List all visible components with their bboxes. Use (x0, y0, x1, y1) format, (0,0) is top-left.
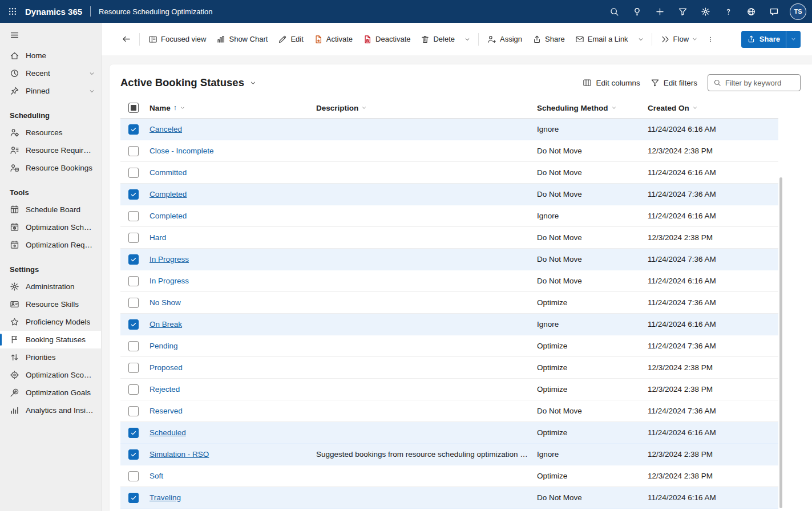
delete-button[interactable]: Delete (415, 30, 460, 49)
booking-status-link[interactable]: Canceled (150, 125, 182, 133)
app-name[interactable]: Resource Scheduling Optimization (99, 7, 212, 16)
edit-filters-button[interactable]: Edit filters (651, 78, 697, 87)
row-checkbox[interactable] (128, 211, 139, 221)
sidebar-item-resources[interactable]: Resources (0, 124, 101, 141)
share-split-button[interactable]: Share (741, 31, 801, 48)
table-row[interactable]: PendingOptimize11/24/2024 7:36 AM (120, 335, 778, 357)
booking-status-link[interactable]: Scheduled (150, 428, 186, 437)
booking-status-link[interactable]: In Progress (150, 277, 189, 285)
sidebar-item-optimization-requests[interactable]: Optimization Requests (0, 236, 101, 254)
lightbulb-icon[interactable] (625, 0, 648, 23)
help-icon[interactable] (717, 0, 740, 23)
table-row[interactable]: In ProgressDo Not Move11/24/2024 7:36 AM (120, 249, 778, 270)
column-header-name[interactable]: Name↑ (150, 104, 316, 112)
column-header-created-on[interactable]: Created On (648, 104, 778, 112)
back-button[interactable] (116, 30, 136, 49)
sidebar-item-optimization-scopes[interactable]: Optimization Scopes (0, 366, 101, 384)
sidebar-item-optimization-goals[interactable]: Optimization Goals (0, 384, 101, 402)
activate-button[interactable]: Activate (309, 30, 358, 49)
overflow-chevron-button[interactable] (460, 30, 475, 49)
table-row[interactable]: ScheduledOptimize11/24/2024 6:16 AM (120, 422, 778, 444)
sidebar-item-priorities[interactable]: Priorities (0, 348, 101, 366)
avatar[interactable]: TS (790, 3, 806, 20)
booking-status-link[interactable]: Committed (150, 168, 187, 177)
flow-button[interactable]: Flow (656, 30, 703, 49)
sidebar-item-administration[interactable]: Administration (0, 278, 101, 295)
booking-status-link[interactable]: On Break (150, 320, 182, 328)
table-row[interactable]: CanceledIgnore11/24/2024 6:16 AM (120, 119, 778, 140)
overflow-chevron-button[interactable] (633, 30, 648, 49)
select-all-checkbox[interactable] (128, 103, 139, 113)
row-checkbox[interactable] (128, 319, 139, 330)
sidebar-item-schedule-board[interactable]: Schedule Board (0, 201, 101, 218)
booking-status-link[interactable]: Completed (150, 212, 187, 220)
row-checkbox[interactable] (128, 471, 139, 481)
edit-button[interactable]: Edit (273, 30, 308, 49)
row-checkbox[interactable] (128, 189, 139, 200)
row-checkbox[interactable] (128, 233, 139, 243)
row-checkbox[interactable] (128, 146, 139, 156)
table-row[interactable]: Simulation - RSOSuggested bookings from … (120, 444, 778, 465)
sidebar-item-resource-skills[interactable]: Resource Skills (0, 295, 101, 313)
row-checkbox[interactable] (128, 493, 139, 503)
sidebar-item-recent[interactable]: Recent (0, 64, 101, 82)
table-row[interactable]: CompletedIgnore11/24/2024 6:16 AM (120, 205, 778, 227)
booking-status-link[interactable]: No Show (150, 298, 181, 307)
sidebar-item-booking-statuses[interactable]: Booking Statuses (0, 331, 101, 348)
email-a-link-button[interactable]: Email a Link (570, 30, 633, 49)
booking-status-link[interactable]: Hard (150, 233, 166, 242)
sidebar-item-resource-requireme[interactable]: Resource Requireme... (0, 141, 101, 159)
sidebar-item-analytics-and-insights[interactable]: Analytics and Insights (0, 402, 101, 419)
row-checkbox[interactable] (128, 298, 139, 308)
focused-view-button[interactable]: Focused view (143, 30, 211, 49)
table-row[interactable]: CompletedDo Not Move11/24/2024 7:36 AM (120, 184, 778, 205)
waffle-menu-icon[interactable] (0, 0, 25, 23)
filter-icon[interactable] (671, 0, 694, 23)
row-checkbox[interactable] (128, 124, 139, 135)
booking-status-link[interactable]: Simulation - RSO (150, 450, 209, 459)
row-checkbox[interactable] (128, 341, 139, 351)
chevron-down-icon[interactable] (88, 88, 95, 95)
add-icon[interactable] (648, 0, 671, 23)
show-chart-button[interactable]: Show Chart (211, 30, 273, 49)
booking-status-link[interactable]: Soft (150, 472, 163, 480)
share-dropdown-chevron-icon[interactable] (786, 31, 801, 48)
hamburger-menu-icon[interactable] (0, 23, 19, 47)
deactivate-button[interactable]: Deactivate (358, 30, 415, 49)
row-checkbox[interactable] (128, 168, 139, 178)
booking-status-link[interactable]: Reserved (150, 407, 183, 415)
share-button[interactable]: Share (527, 30, 570, 49)
feedback-icon[interactable] (762, 0, 785, 23)
sidebar-item-home[interactable]: Home (0, 47, 101, 64)
table-row[interactable]: ProposedOptimize12/3/2024 2:38 PM (120, 357, 778, 379)
sidebar-item-proficiency-models[interactable]: Proficiency Models (0, 313, 101, 331)
view-selector[interactable]: Active Booking Statuses (120, 76, 257, 89)
table-row[interactable]: Close - IncompleteDo Not Move12/3/2024 2… (120, 140, 778, 162)
booking-status-link[interactable]: Close - Incomplete (150, 147, 214, 155)
vertical-scrollbar[interactable] (779, 177, 782, 508)
column-header-description[interactable]: Description (316, 104, 537, 112)
table-row[interactable]: In ProgressDo Not Move11/24/2024 6:16 AM (120, 270, 778, 292)
share-primary-button[interactable]: Share (741, 31, 786, 48)
sidebar-item-resource-bookings[interactable]: Resource Bookings (0, 159, 101, 177)
settings-gear-icon[interactable] (694, 0, 717, 23)
booking-status-link[interactable]: Traveling (150, 493, 181, 502)
sidebar-item-pinned[interactable]: Pinned (0, 82, 101, 100)
table-row[interactable]: ReservedDo Not Move11/24/2024 7:36 AM (120, 400, 778, 422)
row-checkbox[interactable] (128, 276, 139, 286)
edit-columns-button[interactable]: Edit columns (583, 78, 640, 87)
booking-status-link[interactable]: In Progress (150, 255, 189, 263)
booking-status-link[interactable]: Rejected (150, 385, 180, 394)
row-checkbox[interactable] (128, 406, 139, 416)
globe-icon[interactable] (740, 0, 762, 23)
table-row[interactable]: HardDo Not Move12/3/2024 2:38 PM (120, 227, 778, 249)
row-checkbox[interactable] (128, 384, 139, 395)
table-row[interactable]: On BreakIgnore11/24/2024 6:16 AM (120, 314, 778, 335)
table-row[interactable]: RejectedOptimize12/3/2024 2:38 PM (120, 379, 778, 400)
column-header-scheduling-method[interactable]: Scheduling Method (537, 104, 648, 112)
sidebar-item-optimization-schedu[interactable]: Optimization Schedu... (0, 218, 101, 236)
row-checkbox[interactable] (128, 254, 139, 265)
assign-button[interactable]: Assign (482, 30, 527, 49)
table-row[interactable]: TravelingDo Not Move11/24/2024 6:16 AM (120, 487, 778, 509)
table-row[interactable]: CommittedDo Not Move11/24/2024 6:16 AM (120, 162, 778, 184)
